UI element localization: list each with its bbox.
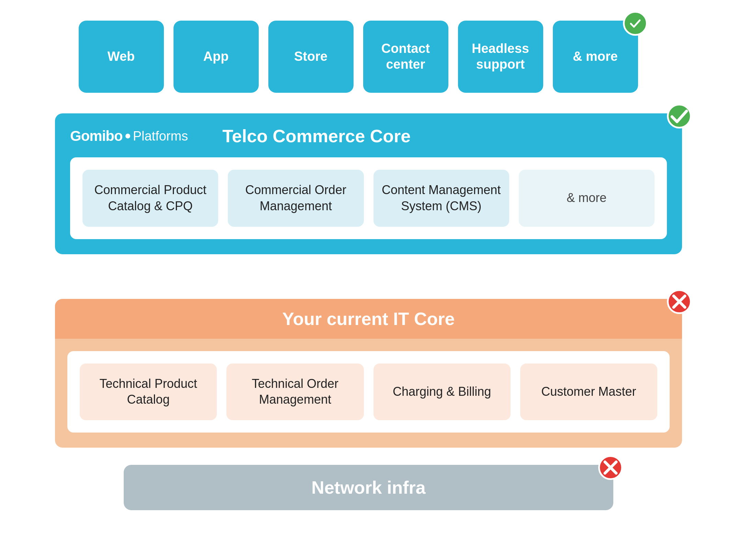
it-core-x-badge (667, 289, 692, 314)
network-title: Network infra (311, 478, 425, 497)
channel-tile-contact-center: Contact center (363, 21, 448, 93)
checkmark-icon (629, 17, 642, 30)
channel-check-badge (623, 11, 648, 36)
network-section-wrapper: Network infra (55, 465, 682, 510)
gomibo-brand: Gomibo (70, 128, 123, 144)
main-container: Web App Store Contact center Headless su… (0, 0, 737, 560)
it-core-header: Your current IT Core (55, 299, 682, 339)
it-core-section: Your current IT Core Technical Product C… (55, 299, 682, 448)
it-core-section-wrapper: Your current IT Core Technical Product C… (55, 299, 682, 448)
channel-tile-more: & more (553, 21, 638, 93)
channel-tile-app: App (174, 21, 259, 93)
gomibo-tile-cms: Content Management System (CMS) (373, 170, 509, 227)
it-core-title: Your current IT Core (282, 309, 455, 329)
gomibo-section: Gomibo Platforms Telco Commerce Core Com… (55, 113, 682, 254)
gomibo-check-badge (667, 104, 692, 128)
it-core-tile-technical-product-catalog: Technical Product Catalog (80, 363, 217, 421)
gomibo-section-wrapper: Gomibo Platforms Telco Commerce Core Com… (55, 113, 682, 254)
telco-commerce-title: Telco Commerce Core (222, 126, 411, 146)
channel-row: Web App Store Contact center Headless su… (55, 21, 682, 93)
gomibo-header: Gomibo Platforms Telco Commerce Core (70, 126, 667, 146)
channel-tile-store: Store (268, 21, 354, 93)
gomibo-tiles: Commercial Product Catalog & CPQ Commerc… (70, 157, 667, 239)
channel-tile-web: Web (79, 21, 164, 93)
network-x-icon (600, 457, 621, 478)
gomibo-checkmark-icon (669, 105, 690, 127)
network-section: Network infra (124, 465, 613, 510)
channel-tile-headless-support: Headless support (458, 21, 543, 93)
gomibo-tile-more: & more (519, 170, 655, 227)
gomibo-tile-commercial-product-catalog: Commercial Product Catalog & CPQ (82, 170, 218, 227)
it-core-tiles: Technical Product Catalog Technical Orde… (67, 351, 670, 433)
gomibo-tile-commercial-order-management: Commercial Order Management (228, 170, 364, 227)
it-core-tile-charging-billing: Charging & Billing (373, 363, 511, 421)
it-core-tile-customer-master: Customer Master (520, 363, 657, 421)
platforms-label: Platforms (133, 129, 188, 144)
gomibo-dot (125, 134, 130, 138)
network-x-badge (598, 455, 623, 480)
it-core-x-icon (669, 291, 690, 312)
gomibo-logo: Gomibo Platforms (70, 128, 188, 144)
it-core-tile-technical-order-management: Technical Order Management (226, 363, 364, 421)
